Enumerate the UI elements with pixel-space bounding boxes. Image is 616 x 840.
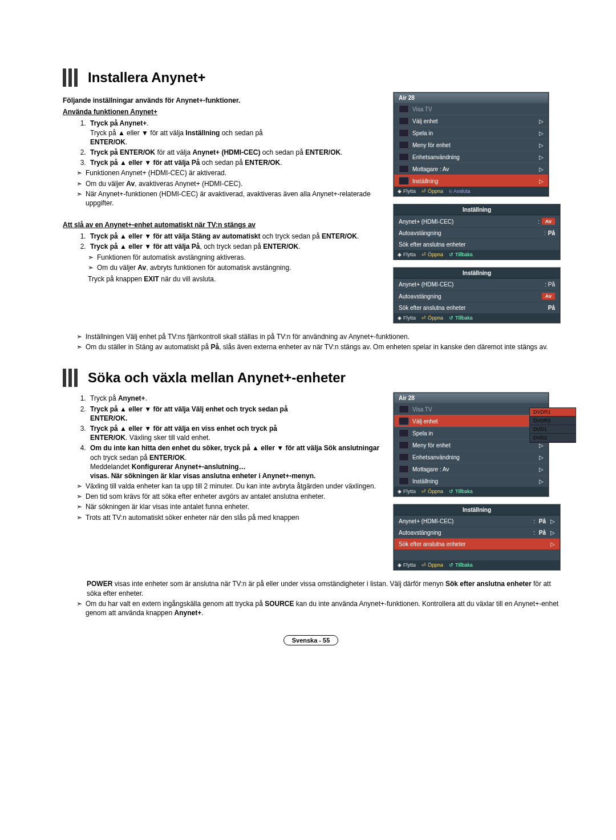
footer-flytta: Flytta	[403, 562, 416, 568]
note-2: Om du väljer Av, avaktiveras Anynet+ (HD…	[86, 179, 386, 188]
step-3: Tryck på ▲ eller ▼ för att välja På och …	[88, 158, 386, 167]
b-step-1: Tryck på ▲ eller ▼ för att välja Stäng a…	[88, 232, 386, 241]
note-icon: ➣	[76, 513, 82, 522]
footer-avsluta: Avsluta	[453, 188, 470, 194]
page-number: Svenska - 55	[63, 635, 559, 645]
note-icon: ➣	[76, 189, 82, 208]
s2-note-4-start: Trots att TV:n automatiskt söker enheter…	[86, 513, 386, 522]
setting-sok: Sök efter anslutna enheter	[399, 241, 555, 248]
osd-valj-enhet: Välj enhet	[412, 118, 537, 124]
record-icon	[399, 129, 409, 137]
chevron-right-icon: ▷	[539, 154, 544, 160]
s2-step-2: Tryck på ▲ eller ▼ för att välja Välj en…	[88, 405, 386, 423]
osd-title: Inställning	[394, 205, 560, 215]
exit-icon: ⎋	[449, 188, 452, 194]
note-icon: ➣	[88, 263, 94, 272]
menu-icon	[399, 141, 409, 149]
footer-flytta: Flytta	[403, 188, 416, 194]
chevron-right-icon: ▷	[539, 178, 544, 184]
footer-tillbaka: Tillbaka	[455, 252, 473, 257]
footer-oppna: Öppna	[428, 188, 443, 194]
steps-list-3: Tryck på Anynet+. Tryck på ▲ eller ▼ för…	[63, 394, 386, 480]
move-icon: ◆	[398, 188, 402, 194]
setting-hdmicec: Anynet+ (HDMI-CEC)	[399, 518, 533, 524]
osd-visa-tv: Visa TV	[412, 106, 544, 112]
s2-step-1: Tryck på Anynet+.	[88, 394, 386, 403]
osd-air: Air 28	[394, 393, 548, 403]
osd-meny-enhet: Meny för enhet	[412, 142, 537, 148]
setting-val-pa: På	[539, 518, 546, 524]
footer-oppna: Öppna	[428, 562, 443, 568]
device-dvdr1: DVDR1	[530, 408, 576, 417]
device-icon	[399, 117, 409, 125]
s2-note-1: Växling till valda enheter kan ta upp ti…	[86, 482, 386, 491]
device-icon	[399, 417, 409, 425]
s2-note-2: Den tid som krävs för att söka efter enh…	[86, 492, 386, 501]
wide-note-2: Om du ställer in Stäng av automatiskt på…	[86, 342, 559, 352]
osd-spela-in: Spela in	[412, 430, 537, 437]
use-icon	[399, 153, 409, 161]
setting-val-pa: På	[539, 530, 546, 536]
setting-autooff: Autoavstängning	[399, 530, 533, 536]
tv-icon	[399, 405, 409, 413]
dropdown-av: Av	[542, 293, 555, 300]
footer-flytta: Flytta	[403, 315, 416, 321]
footer-oppna: Öppna	[428, 315, 443, 321]
osd-valj-enhet: Välj enhet	[412, 418, 537, 425]
footer-tillbaka: Tillbaka	[455, 562, 473, 568]
setting-val-pa: På	[548, 230, 555, 236]
footer-flytta: Flytta	[403, 488, 416, 494]
exit-line: Tryck på knappen EXIT när du vill avslut…	[88, 274, 386, 284]
steps-list-2: Tryck på ▲ eller ▼ för att välja Stäng a…	[63, 232, 386, 251]
s2-note-5: Om du har valt en extern ingångskälla ge…	[86, 599, 559, 617]
step-1: Tryck på Anynet+. Tryck på ▲ eller ▼ för…	[88, 119, 386, 147]
footer-tillbaka: Tillbaka	[455, 315, 473, 321]
move-icon: ◆	[398, 562, 402, 568]
setting-sok: Sök efter anslutna enheter	[399, 305, 548, 311]
chevron-right-icon: ▷	[539, 142, 544, 148]
osd-spela-in: Spela in	[412, 130, 537, 136]
receiver-icon	[399, 465, 409, 473]
note-icon: ➣	[76, 502, 82, 511]
osd-installning: Inställning	[412, 478, 537, 484]
osd-title: Inställning	[394, 268, 560, 278]
note-icon: ➣	[76, 332, 82, 341]
section2-title: Söka och växla mellan Anynet+-enheter	[88, 370, 346, 386]
chevron-right-icon: ▷	[539, 166, 544, 172]
menu-icon	[399, 441, 409, 449]
enter-icon: ⏎	[422, 252, 426, 257]
note-icon: ➣	[76, 492, 82, 501]
section1-title: Installera Anynet+	[88, 70, 206, 86]
note-icon: ➣	[76, 599, 82, 617]
enter-icon: ⏎	[422, 188, 426, 194]
setting-sok: Sök efter anslutna enheter	[399, 541, 546, 547]
sub1-underline: Använda funktionen Anynet+	[63, 107, 386, 116]
return-icon: ↺	[449, 562, 453, 568]
osd-settings-pa: Inställning Anynet+ (HDMI-CEC): På▷ Auto…	[394, 504, 560, 570]
s2-step-4: Om du inte kan hitta den enhet du söker,…	[88, 443, 386, 480]
setting-hdmicec: Anynet+ (HDMI-CEC)	[399, 281, 545, 288]
footer-flytta: Flytta	[403, 252, 416, 257]
b-note-1: Funktionen för automatisk avstängning ak…	[97, 253, 386, 262]
footer-oppna: Öppna	[428, 488, 443, 494]
osd-visa-tv: Visa TV	[412, 406, 544, 413]
move-icon: ◆	[398, 488, 402, 494]
section-bars-icon	[63, 68, 80, 87]
gear-icon	[399, 477, 409, 485]
return-icon: ↺	[449, 252, 453, 257]
note-3: När Anynet+-funktionen (HDMI-CEC) är ava…	[86, 189, 386, 208]
chevron-right-icon: ▷	[550, 530, 555, 536]
move-icon: ◆	[398, 315, 402, 321]
osd-title: Inställning	[394, 505, 560, 515]
enter-icon: ⏎	[422, 488, 426, 494]
record-icon	[399, 429, 409, 437]
osd-device-popup: DVDR1 DVDR2 DVD1 DVD2	[529, 407, 576, 443]
steps-list-1: Tryck på Anynet+. Tryck på ▲ eller ▼ för…	[63, 119, 386, 167]
setting-val-av: Av	[542, 218, 555, 225]
dropdown-pa: På	[548, 305, 555, 311]
osd-enhetsanv: Enhetsanvändning	[412, 454, 537, 461]
note-icon: ➣	[88, 253, 94, 262]
note-icon: ➣	[76, 342, 82, 352]
osd-installning: Inställning	[412, 178, 537, 184]
osd-anynet-menu: Air 28 Visa TV Välj enhet▷ Spela in▷ Men…	[394, 92, 549, 196]
